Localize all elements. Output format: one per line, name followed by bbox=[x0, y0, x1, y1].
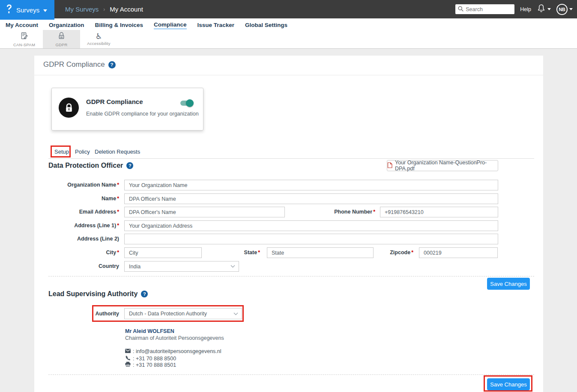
topbar-actions: Help NB bbox=[455, 0, 573, 18]
phone-number-field[interactable] bbox=[380, 207, 498, 217]
label-country: Country bbox=[48, 261, 119, 272]
nav-tab-billing-invoices[interactable]: Billing & Invoices bbox=[95, 22, 144, 29]
help-icon[interactable]: ? bbox=[126, 162, 133, 169]
state-field[interactable] bbox=[267, 247, 374, 258]
divider bbox=[34, 75, 543, 75]
breadcrumb: My Surveys › My Account bbox=[65, 0, 143, 18]
label-city: City* bbox=[48, 247, 119, 258]
address-line1-field[interactable] bbox=[124, 220, 498, 231]
dpo-heading: Data Protection Officer ? bbox=[48, 162, 133, 169]
search-icon bbox=[458, 6, 463, 13]
tab-label: GDPR bbox=[55, 42, 67, 47]
lock-icon bbox=[58, 32, 65, 42]
subtab-policy[interactable]: Policy bbox=[75, 148, 90, 155]
chevron-down-icon bbox=[569, 8, 573, 10]
lsa-save-button[interactable]: Save Changes bbox=[487, 378, 530, 390]
help-link[interactable]: Help bbox=[520, 6, 531, 12]
dpo-heading-text: Data Protection Officer bbox=[48, 162, 123, 169]
fax-icon bbox=[125, 362, 131, 368]
tab-can-spam[interactable]: CAN-SPAM bbox=[6, 30, 43, 48]
label-name: Name* bbox=[48, 193, 119, 204]
settings-nav: My Account Organization Billing & Invoic… bbox=[0, 18, 577, 30]
card-description: Enable GDPR compliance for your organiza… bbox=[86, 111, 199, 117]
pdf-button-label: Your Organization Name-QuestionPro-DPA.p… bbox=[395, 160, 498, 172]
lock-badge-icon bbox=[59, 98, 79, 118]
authority-contact-phone: +31 70 888 8500 bbox=[125, 355, 176, 362]
authority-select[interactable]: Dutch - Data Protection Authority bbox=[124, 308, 242, 319]
authority-select-value: Dutch - Data Protection Authority bbox=[129, 311, 207, 317]
search-input[interactable] bbox=[466, 6, 512, 12]
lsa-heading-text: Lead Supervising Authority bbox=[48, 290, 138, 298]
tab-label: Accessibility bbox=[87, 41, 110, 46]
label-address-line2: Address (Line 2) bbox=[48, 234, 119, 244]
authority-contact-name: Mr Aleid WOLFSEN bbox=[125, 328, 174, 334]
nav-tab-organization[interactable]: Organization bbox=[49, 22, 84, 29]
questionpro-logo-icon bbox=[6, 4, 12, 15]
chevron-down-icon bbox=[233, 312, 238, 315]
product-menu[interactable]: Surveys bbox=[0, 0, 54, 20]
zipcode-field[interactable] bbox=[419, 247, 498, 258]
notifications-button[interactable] bbox=[537, 4, 551, 15]
address-line2-field[interactable] bbox=[124, 234, 498, 244]
nav-tab-my-account[interactable]: My Account bbox=[6, 22, 38, 29]
page-title-text: GDPR Compliance bbox=[43, 60, 105, 69]
tab-label: CAN-SPAM bbox=[13, 42, 35, 47]
dpo-save-button[interactable]: Save Changes bbox=[487, 278, 530, 290]
dpa-pdf-button[interactable]: Your Organization Name-QuestionPro-DPA.p… bbox=[387, 160, 498, 171]
label-state: State* bbox=[209, 247, 260, 258]
contact-phone-value: +31 70 888 8500 bbox=[133, 356, 176, 362]
gdpr-compliance-panel: GDPR Compliance ? GDPR Compliance Enable… bbox=[34, 56, 543, 392]
breadcrumb-my-account: My Account bbox=[110, 6, 143, 13]
top-bar: Surveys My Surveys › My Account Help NB bbox=[0, 0, 577, 18]
nav-tab-issue-tracker[interactable]: Issue Tracker bbox=[197, 22, 234, 29]
avatar[interactable]: NB bbox=[556, 4, 568, 15]
divider bbox=[48, 276, 534, 276]
help-icon[interactable]: ? bbox=[141, 291, 148, 297]
product-menu-label: Surveys bbox=[16, 6, 39, 14]
contact-fax-value: +31 70 888 8501 bbox=[133, 362, 176, 368]
tab-accessibility[interactable]: ♿ Accessibility bbox=[80, 30, 117, 48]
authority-contact-role: Chairman of Autoriteit Persoonsgegevens bbox=[125, 335, 224, 341]
city-field[interactable] bbox=[124, 247, 202, 258]
divider bbox=[48, 374, 534, 375]
gdpr-toggle-card: GDPR Compliance Enable GDPR compliance f… bbox=[51, 88, 203, 131]
divider bbox=[48, 158, 534, 159]
nav-tab-global-settings[interactable]: Global Settings bbox=[245, 22, 287, 29]
label-address-line1: Address (Line 1)* bbox=[48, 220, 119, 231]
chevron-down-icon bbox=[230, 265, 235, 268]
subtab-setup[interactable]: Setup bbox=[54, 148, 69, 155]
envelope-icon bbox=[125, 348, 131, 354]
tab-gdpr[interactable]: GDPR bbox=[43, 30, 80, 48]
label-authority: Authority bbox=[76, 308, 119, 319]
toggle-knob bbox=[186, 99, 194, 107]
gdpr-toggle[interactable] bbox=[180, 101, 193, 106]
compliance-subnav: CAN-SPAM GDPR ♿ Accessibility bbox=[0, 30, 577, 49]
search-box[interactable] bbox=[455, 4, 514, 14]
lsa-heading: Lead Supervising Authority ? bbox=[48, 290, 148, 298]
chevron-down-icon bbox=[547, 8, 551, 10]
country-select[interactable]: India bbox=[124, 261, 239, 272]
label-zipcode: Zipcode* bbox=[362, 247, 413, 258]
contact-email-value: info@autoriteitpersoonsgegevens.nl bbox=[133, 348, 221, 354]
bell-icon bbox=[537, 4, 546, 15]
memo-icon bbox=[20, 32, 28, 42]
help-icon[interactable]: ? bbox=[108, 61, 116, 68]
authority-contact-email: info@autoriteitpersoonsgegevens.nl bbox=[125, 348, 221, 354]
subtab-deletion-requests[interactable]: Deletion Requests bbox=[95, 148, 140, 155]
label-email-address: Email Address* bbox=[48, 207, 119, 217]
page-title: GDPR Compliance ? bbox=[43, 60, 116, 69]
label-phone-number: Phone Number* bbox=[324, 207, 375, 217]
card-title: GDPR Compliance bbox=[86, 98, 143, 105]
name-field[interactable] bbox=[124, 193, 498, 204]
breadcrumb-separator: › bbox=[103, 6, 105, 12]
nav-tab-compliance[interactable]: Compliance bbox=[154, 21, 187, 29]
wheelchair-icon: ♿ bbox=[95, 33, 102, 40]
authority-contact-fax: +31 70 888 8501 bbox=[125, 362, 176, 368]
chevron-down-icon bbox=[43, 6, 47, 14]
email-address-field[interactable] bbox=[124, 207, 285, 217]
organization-name-field[interactable] bbox=[124, 180, 498, 190]
country-select-value: India bbox=[129, 264, 141, 270]
pdf-file-icon bbox=[387, 162, 392, 169]
breadcrumb-my-surveys[interactable]: My Surveys bbox=[65, 6, 99, 13]
account-menu[interactable]: NB bbox=[556, 4, 573, 15]
